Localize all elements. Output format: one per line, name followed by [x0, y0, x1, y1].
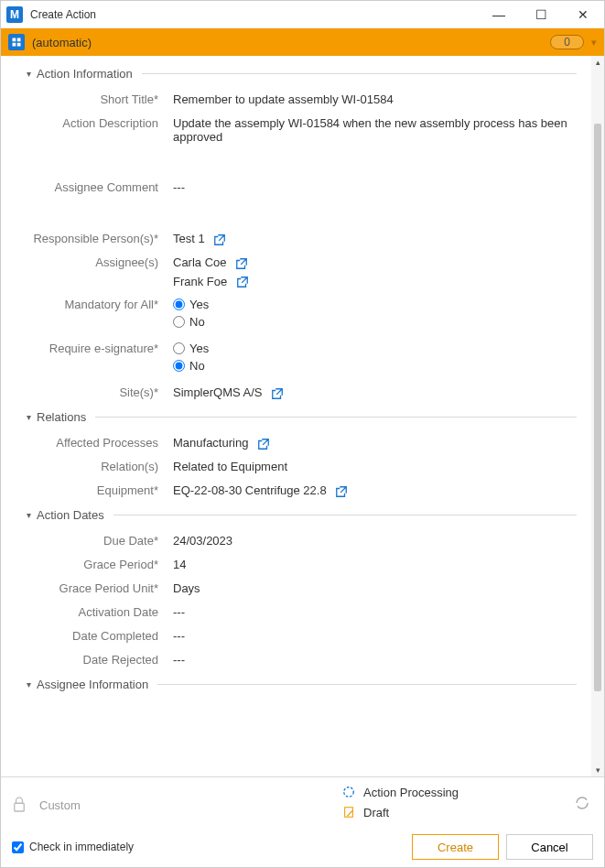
open-link-icon[interactable]	[235, 257, 248, 270]
close-button[interactable]: ✕	[562, 1, 604, 28]
checkin-checkbox[interactable]: Check in immediately	[12, 841, 134, 853]
responsible-value[interactable]: Test 1	[173, 232, 205, 245]
esignature-no-label: No	[189, 359, 205, 373]
grace-unit-label: Grace Period Unit*	[16, 581, 173, 595]
date-rejected-value[interactable]: ---	[173, 653, 577, 667]
section-title: Action Dates	[37, 508, 104, 522]
checkin-label: Check in immediately	[29, 841, 134, 853]
action-description-value[interactable]: Update the assemply WI-01584 when the ne…	[173, 116, 577, 144]
create-button[interactable]: Create	[412, 834, 499, 860]
maximize-button[interactable]: ☐	[520, 1, 562, 28]
svg-rect-1	[17, 38, 21, 42]
scroll-down-arrow[interactable]: ▾	[591, 764, 604, 776]
object-title: (automatic)	[32, 36, 550, 49]
sites-value[interactable]: SimplerQMS A/S	[173, 385, 263, 399]
esignature-label: Require e-signature*	[16, 342, 173, 355]
titlebar: M Create Action — ☐ ✕	[1, 1, 604, 28]
relations-value[interactable]: Related to Equipment	[173, 460, 577, 473]
mandatory-yes-label: Yes	[189, 298, 209, 311]
action-description-label: Action Description	[16, 116, 173, 130]
mandatory-no-radio[interactable]	[173, 316, 185, 328]
assignees-label: Assignee(s)	[16, 255, 173, 269]
mandatory-yes-radio[interactable]	[173, 298, 185, 310]
assignee-comment-label: Assignee Comment	[16, 180, 173, 194]
object-icon	[8, 34, 25, 50]
chevron-down-icon: ▾	[27, 679, 31, 689]
footer: Custom Action Processing Draft Check in …	[1, 776, 604, 867]
relations-label: Relation(s)	[16, 460, 173, 473]
mandatory-label: Mandatory for All*	[16, 298, 173, 311]
app-icon: M	[6, 6, 23, 23]
due-date-value[interactable]: 24/03/2023	[173, 534, 577, 548]
esignature-yes-label: Yes	[189, 342, 209, 355]
checkin-checkbox-input[interactable]	[12, 841, 24, 853]
form-scroll-area[interactable]: ▾ Action Information Short Title* Rememb…	[1, 56, 591, 776]
equipment-label: Equipment*	[16, 483, 173, 497]
section-relations[interactable]: ▾ Relations	[27, 410, 577, 424]
short-title-label: Short Title*	[16, 92, 173, 106]
status-draft: Draft	[363, 806, 389, 819]
esignature-yes-radio[interactable]	[173, 342, 185, 354]
svg-rect-3	[17, 43, 21, 47]
chevron-down-icon: ▾	[27, 510, 31, 520]
sites-label: Site(s)*	[16, 385, 173, 399]
lock-icon	[12, 796, 27, 814]
short-title-value[interactable]: Remember to update assembly WI-01584	[173, 92, 577, 106]
section-title: Relations	[37, 410, 86, 424]
date-rejected-label: Date Rejected	[16, 653, 173, 667]
chevron-down-icon[interactable]: ▾	[591, 37, 597, 49]
grace-period-label: Grace Period*	[16, 558, 173, 571]
affected-processes-label: Affected Processes	[16, 436, 173, 450]
section-action-dates[interactable]: ▾ Action Dates	[27, 508, 577, 522]
window-title: Create Action	[30, 8, 478, 21]
responsible-label: Responsible Person(s)*	[16, 232, 173, 245]
activation-date-label: Activation Date	[16, 605, 173, 619]
mandatory-no-label: No	[189, 315, 205, 329]
esignature-no-radio[interactable]	[173, 360, 185, 372]
affected-processes-value[interactable]: Manufacturing	[173, 436, 248, 450]
open-link-icon[interactable]	[271, 387, 284, 400]
section-title: Action Information	[37, 67, 133, 81]
equipment-value[interactable]: EQ-22-08-30 Centrifuge 22.8	[173, 483, 327, 497]
section-assignee-information[interactable]: ▾ Assignee Information	[27, 678, 577, 691]
date-completed-label: Date Completed	[16, 629, 173, 643]
due-date-label: Due Date*	[16, 534, 173, 548]
status-processing: Action Processing	[363, 786, 459, 799]
scroll-up-arrow[interactable]: ▴	[591, 56, 604, 69]
vertical-scrollbar[interactable]: ▴ ▾	[591, 56, 604, 776]
scrollbar-thumb[interactable]	[594, 124, 601, 691]
section-title: Assignee Information	[37, 678, 148, 691]
open-link-icon[interactable]	[213, 233, 226, 246]
open-link-icon[interactable]	[335, 485, 348, 498]
grace-unit-value[interactable]: Days	[173, 581, 577, 595]
processing-icon	[341, 785, 356, 799]
open-link-icon[interactable]	[236, 276, 249, 288]
chevron-down-icon: ▾	[27, 412, 31, 422]
chevron-down-icon: ▾	[27, 69, 31, 79]
minimize-button[interactable]: —	[478, 1, 520, 28]
assignee-comment-value[interactable]: ---	[173, 180, 577, 194]
cancel-button[interactable]: Cancel	[506, 834, 593, 860]
open-link-icon[interactable]	[257, 438, 270, 450]
grace-period-value[interactable]: 14	[173, 558, 577, 571]
svg-point-5	[344, 787, 354, 797]
svg-rect-2	[13, 43, 16, 47]
custom-label: Custom	[39, 798, 81, 812]
assignee-value-1[interactable]: Carla Coe	[173, 255, 227, 269]
svg-rect-4	[15, 803, 25, 811]
draft-icon	[341, 805, 356, 819]
activation-date-value[interactable]: ---	[173, 605, 577, 619]
object-header-bar: (automatic) 0 ▾	[1, 28, 604, 56]
section-action-information[interactable]: ▾ Action Information	[27, 67, 577, 81]
date-completed-value[interactable]: ---	[173, 629, 577, 643]
svg-rect-0	[13, 38, 16, 42]
assignee-value-2[interactable]: Frank Foe	[173, 275, 227, 288]
refresh-icon[interactable]	[575, 797, 589, 813]
object-count-badge[interactable]: 0	[550, 35, 584, 49]
